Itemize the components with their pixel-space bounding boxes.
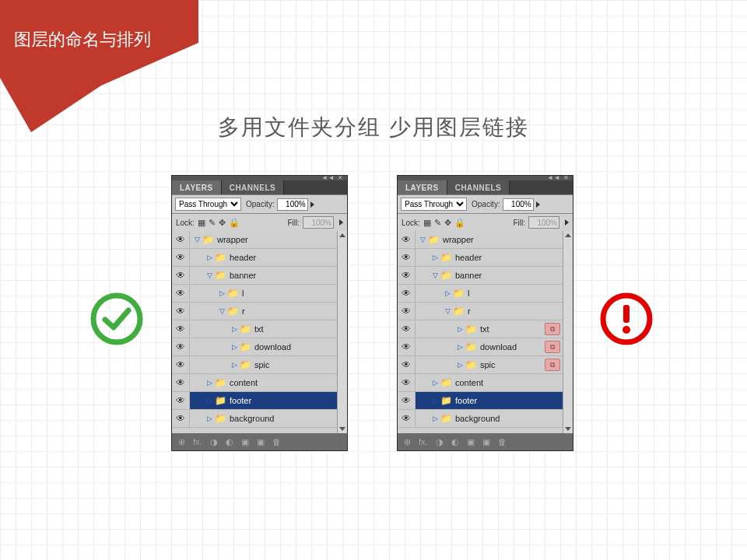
layer-row[interactable]: 👁▷📁header: [398, 249, 563, 267]
panel-titlebar[interactable]: [172, 176, 347, 180]
panel-bottom-icon[interactable]: ◑: [210, 437, 218, 447]
visibility-eye-icon[interactable]: 👁: [172, 392, 190, 409]
lock-move-icon[interactable]: ✥: [219, 218, 226, 228]
opacity-input[interactable]: [277, 198, 308, 211]
blend-mode-select[interactable]: Pass Through: [175, 198, 241, 211]
layer-row[interactable]: 👁▷📁spic⧉: [398, 356, 563, 374]
layer-row[interactable]: 👁▽📁r: [398, 303, 563, 320]
chevron-right-icon[interactable]: ▷: [219, 289, 225, 297]
panel-titlebar[interactable]: [398, 176, 573, 180]
tab-layers[interactable]: LAYERS: [398, 180, 447, 194]
visibility-eye-icon[interactable]: 👁: [172, 410, 190, 427]
scrollbar[interactable]: [337, 231, 347, 433]
visibility-eye-icon[interactable]: 👁: [398, 231, 416, 248]
visibility-eye-icon[interactable]: 👁: [398, 285, 416, 302]
chevron-right-icon[interactable]: ▷: [445, 289, 451, 297]
visibility-eye-icon[interactable]: 👁: [172, 285, 190, 302]
chevron-down-icon[interactable]: ▽: [420, 236, 426, 243]
chevron-right-icon[interactable]: ▷: [433, 379, 438, 387]
layer-row[interactable]: 👁▽📁banner: [398, 267, 563, 285]
layer-row[interactable]: 👁▷📁txt⧉: [398, 320, 563, 338]
chevron-right-icon[interactable]: ▷: [458, 343, 463, 351]
layer-row[interactable]: 👁▽📁wrapper: [172, 231, 338, 249]
visibility-eye-icon[interactable]: 👁: [172, 267, 190, 284]
visibility-eye-icon[interactable]: 👁: [398, 320, 416, 338]
layer-row[interactable]: 👁▷📁footer: [172, 392, 338, 410]
chevron-right-icon[interactable]: ▷: [207, 379, 212, 387]
layer-row[interactable]: 👁▽📁wrapper: [398, 231, 563, 249]
panel-bottom-icon[interactable]: ◐: [451, 437, 459, 447]
chevron-right-icon[interactable]: ▷: [458, 325, 463, 333]
chevron-right-icon[interactable]: ▷: [207, 254, 212, 261]
panel-bottom-icon[interactable]: ◑: [436, 437, 444, 447]
lock-move-icon[interactable]: ✥: [444, 218, 451, 228]
link-icon[interactable]: ⧉: [545, 323, 560, 335]
chevron-down-icon[interactable]: ▽: [195, 236, 200, 243]
layer-row[interactable]: 👁▷📁footer: [398, 392, 563, 410]
tab-channels[interactable]: CHANNELS: [447, 180, 510, 194]
visibility-eye-icon[interactable]: 👁: [398, 410, 416, 427]
scrollbar[interactable]: [563, 231, 573, 433]
chevron-down-icon[interactable]: ▽: [219, 307, 225, 315]
chevron-right-icon[interactable]: ▷: [433, 254, 438, 261]
visibility-eye-icon[interactable]: 👁: [172, 338, 190, 355]
visibility-eye-icon[interactable]: 👁: [398, 249, 416, 266]
fill-flyout-icon[interactable]: [339, 219, 343, 226]
visibility-eye-icon[interactable]: 👁: [172, 231, 190, 248]
chevron-down-icon[interactable]: ▽: [445, 307, 451, 315]
chevron-right-icon[interactable]: ▷: [232, 343, 237, 351]
fill-flyout-icon[interactable]: [565, 219, 569, 226]
visibility-eye-icon[interactable]: 👁: [398, 267, 416, 284]
chevron-right-icon[interactable]: ▷: [433, 397, 438, 404]
opacity-flyout-icon[interactable]: [310, 201, 314, 208]
layer-row[interactable]: 👁▷📁download⧉: [398, 338, 563, 356]
chevron-right-icon[interactable]: ▷: [458, 361, 463, 369]
panel-bottom-icon[interactable]: 🗑: [272, 437, 281, 446]
chevron-down-icon[interactable]: ▽: [207, 271, 212, 279]
tab-channels[interactable]: CHANNELS: [222, 180, 285, 194]
panel-bottom-icon[interactable]: ▣: [257, 437, 265, 447]
blend-mode-select[interactable]: Pass Through: [401, 198, 467, 211]
panel-bottom-icon[interactable]: ▣: [482, 437, 490, 447]
visibility-eye-icon[interactable]: 👁: [398, 392, 416, 409]
lock-transparent-icon[interactable]: ▦: [198, 218, 205, 228]
chevron-right-icon[interactable]: ▷: [207, 397, 212, 404]
panel-bottom-icon[interactable]: ⊕: [178, 437, 185, 447]
chevron-right-icon[interactable]: ▷: [232, 361, 237, 369]
visibility-eye-icon[interactable]: 👁: [172, 320, 190, 338]
lock-all-icon[interactable]: 🔒: [454, 218, 465, 228]
chevron-right-icon[interactable]: ▷: [207, 415, 212, 422]
opacity-flyout-icon[interactable]: [536, 201, 540, 208]
layer-row[interactable]: 👁▽📁r: [172, 303, 338, 320]
panel-bottom-icon[interactable]: ⊕: [404, 437, 411, 447]
link-icon[interactable]: ⧉: [545, 359, 560, 371]
chevron-down-icon[interactable]: ▽: [433, 271, 438, 279]
tab-layers[interactable]: LAYERS: [172, 180, 222, 194]
visibility-eye-icon[interactable]: 👁: [398, 338, 416, 355]
visibility-eye-icon[interactable]: 👁: [398, 303, 416, 320]
layer-row[interactable]: 👁▷📁background: [398, 410, 563, 428]
chevron-right-icon[interactable]: ▷: [232, 325, 237, 333]
visibility-eye-icon[interactable]: 👁: [398, 356, 416, 373]
visibility-eye-icon[interactable]: 👁: [172, 303, 190, 320]
panel-bottom-icon[interactable]: fx.: [193, 437, 202, 446]
layer-row[interactable]: 👁▷📁spic: [172, 356, 338, 374]
visibility-eye-icon[interactable]: 👁: [398, 374, 416, 391]
chevron-right-icon[interactable]: ▷: [433, 415, 438, 422]
panel-bottom-icon[interactable]: ◐: [226, 437, 233, 447]
layer-row[interactable]: 👁▷📁l: [172, 285, 338, 303]
layer-row[interactable]: 👁▷📁download: [172, 338, 338, 356]
lock-all-icon[interactable]: 🔒: [229, 218, 240, 228]
lock-brush-icon[interactable]: ✎: [434, 218, 441, 228]
layer-row[interactable]: 👁▷📁background: [172, 410, 338, 428]
visibility-eye-icon[interactable]: 👁: [172, 356, 190, 373]
opacity-input[interactable]: [503, 198, 534, 211]
layer-row[interactable]: 👁▷📁content: [172, 374, 338, 392]
layer-row[interactable]: 👁▷📁l: [398, 285, 563, 303]
visibility-eye-icon[interactable]: 👁: [172, 374, 190, 391]
visibility-eye-icon[interactable]: 👁: [172, 249, 190, 266]
panel-bottom-icon[interactable]: ▣: [241, 437, 249, 447]
layer-row[interactable]: 👁▷📁header: [172, 249, 338, 267]
layer-row[interactable]: 👁▷📁content: [398, 374, 563, 392]
link-icon[interactable]: ⧉: [545, 341, 560, 353]
